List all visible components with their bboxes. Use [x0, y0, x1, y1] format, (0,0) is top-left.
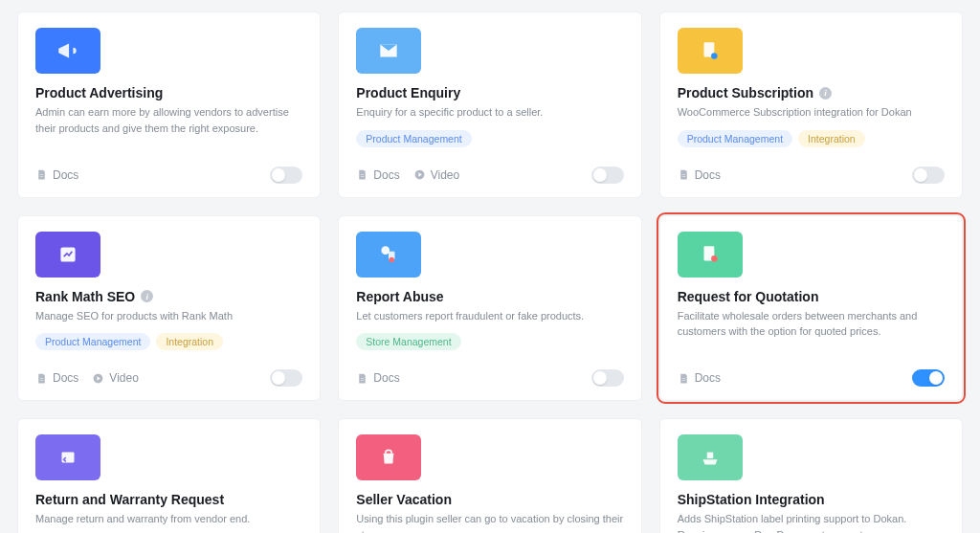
card-description: Manage SEO for products with Rank Math	[35, 308, 302, 324]
mail-icon	[356, 28, 421, 74]
enable-toggle[interactable]	[591, 167, 624, 184]
module-card: ShipStation IntegrationAdds ShipStation …	[659, 418, 963, 533]
video-label: Video	[431, 168, 459, 182]
module-card: Return and Warranty RequestManage return…	[17, 418, 321, 533]
enable-toggle[interactable]	[270, 369, 302, 387]
docs-link[interactable]: Docs	[356, 168, 399, 182]
info-icon[interactable]: i	[819, 87, 832, 100]
svg-rect-10	[62, 453, 75, 463]
info-icon[interactable]: i	[141, 290, 153, 302]
module-card: Product AdvertisingAdmin can earn more b…	[17, 11, 321, 198]
card-description: Manage return and warranty from vendor e…	[35, 511, 302, 527]
enable-toggle[interactable]	[912, 369, 945, 387]
svg-rect-11	[706, 453, 713, 459]
video-link[interactable]: Video	[92, 371, 138, 385]
svg-point-5	[382, 246, 390, 255]
card-title: Product Enquiry	[356, 85, 460, 100]
svg-point-2	[711, 53, 718, 58]
card-footer: Docs	[35, 157, 302, 184]
card-title-row: Product Subscriptioni	[678, 85, 945, 100]
card-description: Using this plugin seller can go to vacat…	[356, 511, 623, 533]
card-title: Request for Quotation	[678, 289, 819, 304]
card-footer: Docs	[678, 360, 945, 387]
tag-list: Product ManagementIntegration	[35, 333, 302, 350]
docs-label: Docs	[695, 168, 721, 182]
tag-product-management[interactable]: Product Management	[356, 130, 471, 147]
footer-links: Docs	[35, 168, 78, 182]
card-description: Let customers report fraudulent or fake …	[356, 308, 623, 324]
card-footer: DocsVideo	[356, 157, 623, 184]
megaphone-icon	[35, 28, 100, 74]
bag-icon	[356, 434, 421, 480]
docs-link[interactable]: Docs	[35, 168, 78, 182]
tag-product-management[interactable]: Product Management	[35, 333, 150, 350]
card-title: Report Abuse	[356, 289, 443, 304]
docs-label: Docs	[53, 371, 78, 385]
card-title-row: ShipStation Integration	[678, 492, 945, 507]
card-title-row: Product Advertising	[35, 85, 302, 100]
tag-integration[interactable]: Integration	[156, 333, 223, 350]
footer-links: DocsVideo	[356, 168, 459, 182]
card-title-row: Rank Math SEOi	[35, 289, 302, 304]
docs-label: Docs	[53, 168, 78, 182]
module-card: Request for QuotationFacilitate wholesal…	[659, 215, 963, 402]
footer-links: Docs	[356, 371, 399, 385]
tag-integration[interactable]: Integration	[798, 130, 865, 147]
tag-list: Store Management	[356, 333, 623, 350]
flag-icon	[356, 232, 421, 278]
enable-toggle[interactable]	[270, 167, 302, 184]
card-title-row: Seller Vacation	[356, 492, 623, 507]
docs-label: Docs	[695, 371, 721, 385]
card-title-row: Product Enquiry	[356, 85, 623, 100]
tag-store-management[interactable]: Store Management	[356, 333, 460, 350]
footer-links: DocsVideo	[35, 371, 139, 385]
docs-link[interactable]: Docs	[678, 168, 721, 182]
docs-link[interactable]: Docs	[356, 371, 399, 385]
docs-label: Docs	[373, 168, 399, 182]
module-card: Product EnquiryEnquiry for a specific pr…	[338, 11, 641, 198]
card-title: Product Advertising	[35, 85, 163, 100]
card-description: Enquiry for a specific product to a sell…	[356, 104, 623, 121]
tag-product-management[interactable]: Product Management	[678, 130, 792, 147]
module-card: Seller VacationUsing this plugin seller …	[338, 418, 641, 533]
svg-point-7	[390, 256, 394, 261]
refresh-icon	[678, 28, 743, 74]
module-card: Report AbuseLet customers report fraudul…	[338, 215, 641, 402]
video-label: Video	[109, 371, 138, 385]
docs-link[interactable]: Docs	[35, 371, 78, 385]
footer-links: Docs	[678, 371, 721, 385]
card-description: Admin can earn more by allowing vendors …	[35, 104, 302, 136]
card-title-row: Return and Warranty Request	[35, 492, 302, 507]
card-footer: Docs	[678, 157, 945, 184]
chart-icon	[35, 232, 100, 278]
docs-link[interactable]: Docs	[678, 371, 721, 385]
card-title: ShipStation Integration	[678, 492, 825, 507]
tag-list: Product Management	[356, 130, 623, 147]
card-description: Adds ShipStation label printing support …	[678, 511, 945, 533]
card-description: WooCommerce Subscription integration for…	[678, 104, 945, 121]
footer-links: Docs	[678, 168, 721, 182]
card-title: Rank Math SEO	[35, 289, 135, 304]
module-card: Rank Math SEOiManage SEO for products wi…	[17, 215, 321, 402]
card-title-row: Request for Quotation	[678, 289, 945, 304]
doc-icon	[678, 232, 743, 278]
card-title: Return and Warranty Request	[35, 492, 224, 507]
card-title-row: Report Abuse	[356, 289, 623, 304]
module-card: Product SubscriptioniWooCommerce Subscri…	[659, 11, 963, 198]
svg-point-9	[711, 255, 718, 262]
tag-list: Product ManagementIntegration	[678, 130, 945, 147]
return-icon	[35, 434, 100, 480]
card-description: Facilitate wholesale orders between merc…	[678, 308, 945, 340]
module-grid: Product AdvertisingAdmin can earn more b…	[17, 11, 963, 533]
ship-icon	[678, 434, 743, 480]
card-title: Seller Vacation	[356, 492, 452, 507]
card-title: Product Subscription	[678, 85, 813, 100]
enable-toggle[interactable]	[912, 167, 945, 184]
docs-label: Docs	[373, 371, 399, 385]
video-link[interactable]: Video	[413, 168, 459, 182]
card-footer: Docs	[356, 360, 623, 387]
card-footer: DocsVideo	[35, 360, 302, 387]
enable-toggle[interactable]	[591, 369, 624, 387]
